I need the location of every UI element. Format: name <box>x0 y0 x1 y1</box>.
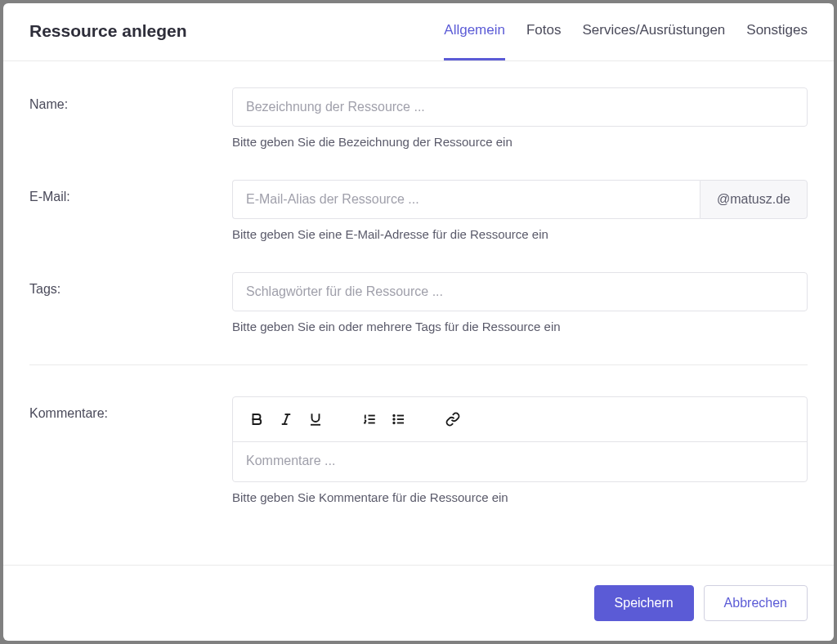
divider <box>29 364 808 365</box>
rich-text-editor: Kommentare ... <box>232 396 808 482</box>
tab-fotos[interactable]: Fotos <box>526 22 562 60</box>
create-resource-modal: Ressource anlegen Allgemein Fotos Servic… <box>3 3 834 641</box>
italic-icon[interactable] <box>274 407 298 432</box>
link-icon[interactable] <box>441 407 465 432</box>
form-row-comments: Kommentare: <box>29 396 808 504</box>
svg-point-11 <box>393 418 395 420</box>
underline-icon[interactable] <box>303 407 328 432</box>
form-row-tags: Tags: Bitte geben Sie ein oder mehrere T… <box>29 272 808 333</box>
modal-body: Name: Bitte geben Sie die Bezeichnung de… <box>3 61 834 565</box>
name-label: Name: <box>29 87 232 149</box>
email-help: Bitte geben Sie eine E-Mail-Adresse für … <box>232 227 808 241</box>
comments-help: Bitte geben Sie Kommentare für die Resso… <box>232 490 808 504</box>
comments-label: Kommentare: <box>29 396 232 504</box>
modal-footer: Speichern Abbrechen <box>3 565 834 641</box>
svg-point-10 <box>393 415 395 417</box>
email-label: E-Mail: <box>29 180 232 241</box>
svg-line-2 <box>284 414 289 424</box>
tab-allgemein[interactable]: Allgemein <box>444 22 505 60</box>
name-input[interactable] <box>232 87 808 127</box>
comments-input[interactable]: Kommentare ... <box>233 442 807 481</box>
tags-label: Tags: <box>29 272 232 333</box>
tabs: Allgemein Fotos Services/Ausrüstungen So… <box>444 22 808 60</box>
email-domain-addon: @matusz.de <box>700 180 808 219</box>
form-row-email: E-Mail: @matusz.de Bitte geben Sie eine … <box>29 180 808 241</box>
cancel-button[interactable]: Abbrechen <box>704 585 808 621</box>
svg-point-12 <box>393 423 395 424</box>
bold-icon[interactable] <box>244 407 269 432</box>
modal-title: Ressource anlegen <box>29 21 187 60</box>
tags-field-wrapper: Bitte geben Sie ein oder mehrere Tags fü… <box>232 272 808 333</box>
form-row-name: Name: Bitte geben Sie die Bezeichnung de… <box>29 87 808 149</box>
editor-toolbar <box>233 397 807 442</box>
ordered-list-icon[interactable] <box>357 407 382 432</box>
tags-help: Bitte geben Sie ein oder mehrere Tags fü… <box>232 320 808 333</box>
name-help: Bitte geben Sie die Bezeichnung der Ress… <box>232 135 808 149</box>
unordered-list-icon[interactable] <box>387 407 411 432</box>
email-input[interactable] <box>232 180 700 219</box>
email-field-wrapper: @matusz.de Bitte geben Sie eine E-Mail-A… <box>232 180 808 241</box>
email-input-group: @matusz.de <box>232 180 808 219</box>
save-button[interactable]: Speichern <box>594 585 694 621</box>
tab-services[interactable]: Services/Ausrüstungen <box>583 22 726 60</box>
name-field-wrapper: Bitte geben Sie die Bezeichnung der Ress… <box>232 87 808 149</box>
modal-header: Ressource anlegen Allgemein Fotos Servic… <box>3 3 834 61</box>
comments-field-wrapper: Kommentare ... Bitte geben Sie Kommentar… <box>232 396 808 504</box>
tab-sonstiges[interactable]: Sonstiges <box>746 22 808 60</box>
tags-input[interactable] <box>232 272 808 311</box>
